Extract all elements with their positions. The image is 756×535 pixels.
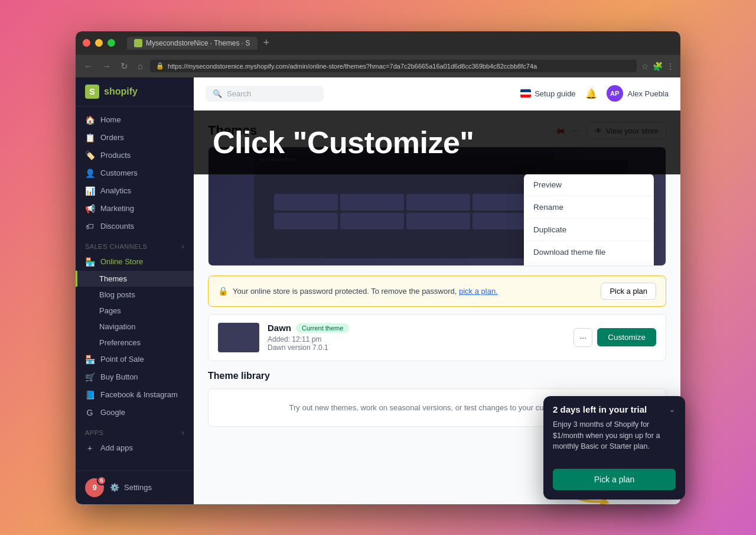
sidebar-subitem-label: Pages bbox=[99, 306, 121, 315]
user-menu[interactable]: AP Alex Puebla bbox=[607, 85, 669, 102]
refresh-button[interactable]: ↻ bbox=[118, 60, 131, 73]
sidebar-subitem-preferences[interactable]: Preferences bbox=[76, 335, 194, 351]
sidebar-item-label: Discounts bbox=[100, 222, 134, 231]
plus-icon: + bbox=[85, 443, 94, 453]
sidebar-item-label: Google bbox=[100, 408, 125, 417]
sidebar-item-analytics[interactable]: 📊 Analytics bbox=[76, 182, 194, 200]
new-tab-button[interactable]: + bbox=[260, 37, 273, 49]
sidebar-subitem-label: Blog posts bbox=[99, 290, 135, 299]
dropdown-item-edit-code[interactable]: Edit code bbox=[524, 264, 654, 266]
active-tab[interactable]: MysecondstoreNice · Themes · S bbox=[127, 37, 258, 50]
setup-guide-button[interactable]: Setup guide bbox=[520, 89, 575, 98]
sidebar-footer: 9 5 ⚙️ Settings bbox=[76, 471, 194, 504]
sidebar-subitem-themes[interactable]: Themes bbox=[76, 271, 194, 287]
notification-bell-icon[interactable]: 🔔 bbox=[585, 88, 597, 99]
sidebar-item-discounts[interactable]: 🏷 Discounts bbox=[76, 218, 194, 235]
tool-item bbox=[340, 194, 404, 210]
buy-button-icon: 🛒 bbox=[85, 372, 94, 382]
sidebar-item-label: Add apps bbox=[100, 443, 133, 452]
close-button[interactable] bbox=[83, 39, 90, 47]
sidebar-item-google[interactable]: G Google bbox=[76, 404, 194, 421]
lock-warning-icon: 🔒 bbox=[218, 286, 228, 296]
orders-icon: 📋 bbox=[85, 133, 94, 142]
maximize-button[interactable] bbox=[107, 39, 115, 47]
browser-tabs: MysecondstoreNice · Themes · S + bbox=[127, 37, 273, 50]
theme-added: Added: 12:11 pm bbox=[268, 335, 565, 343]
dropdown-item-download[interactable]: Download theme file bbox=[524, 241, 654, 264]
tool-item bbox=[340, 213, 404, 229]
dropdown-item-rename[interactable]: Rename bbox=[524, 196, 654, 219]
sidebar-item-buy-button[interactable]: 🛒 Buy Button bbox=[76, 368, 194, 386]
sidebar-item-label: Analytics bbox=[100, 186, 131, 195]
tool-item bbox=[406, 213, 470, 229]
sidebar-subitem-pages[interactable]: Pages bbox=[76, 303, 194, 319]
sidebar-item-pos[interactable]: 🏪 Point of Sale bbox=[76, 351, 194, 368]
dropdown-item-preview[interactable]: Preview bbox=[524, 174, 654, 196]
google-icon: G bbox=[85, 408, 94, 417]
sidebar-item-home[interactable]: 🏠 Home bbox=[76, 111, 194, 129]
tab-favicon bbox=[134, 39, 142, 47]
sidebar: S shopify 🏠 Home 📋 Orders 🏷️ Products bbox=[76, 77, 194, 504]
theme-ellipsis-button[interactable]: ··· bbox=[573, 328, 592, 347]
sidebar-subitem-navigation[interactable]: Navigation bbox=[76, 319, 194, 335]
user-avatar: AP bbox=[607, 85, 623, 102]
sidebar-subitem-label: Preferences bbox=[99, 338, 141, 347]
sidebar-item-products[interactable]: 🏷️ Products bbox=[76, 147, 194, 164]
sidebar-item-online-store[interactable]: 🏪 Online Store bbox=[76, 253, 194, 271]
trial-chevron-icon[interactable]: ⌄ bbox=[669, 404, 676, 414]
tab-title: MysecondstoreNice · Themes · S bbox=[146, 39, 250, 47]
gear-icon: ⚙️ bbox=[110, 483, 119, 492]
tool-item bbox=[406, 194, 470, 210]
sidebar-nav: 🏠 Home 📋 Orders 🏷️ Products 👤 Customers … bbox=[76, 106, 194, 471]
home-button[interactable]: ⌂ bbox=[135, 60, 145, 72]
search-icon: 🔍 bbox=[213, 89, 222, 98]
online-store-icon: 🏪 bbox=[85, 257, 94, 267]
pick-plan-link[interactable]: pick a plan. bbox=[459, 287, 498, 296]
theme-library-title: Theme library bbox=[208, 371, 666, 381]
bookmark-icon[interactable]: ☆ bbox=[641, 61, 649, 71]
settings-label: Settings bbox=[124, 483, 152, 492]
trial-header: 2 days left in your trial ⌄ bbox=[543, 396, 685, 419]
menu-icon[interactable]: ⋮ bbox=[666, 61, 674, 71]
sidebar-item-label: Customers bbox=[100, 168, 138, 177]
sidebar-item-marketing[interactable]: 📢 Marketing bbox=[76, 200, 194, 218]
sidebar-item-label: Home bbox=[100, 115, 121, 124]
search-placeholder: Search bbox=[227, 89, 251, 98]
forward-button[interactable]: → bbox=[100, 60, 113, 72]
extensions-icon[interactable]: 🧩 bbox=[653, 61, 663, 71]
sidebar-item-add-apps[interactable]: + Add apps bbox=[76, 439, 194, 457]
dropdown-item-duplicate[interactable]: Duplicate bbox=[524, 219, 654, 241]
warning-text: Your online store is password protected.… bbox=[233, 287, 498, 296]
sidebar-item-settings[interactable]: ⚙️ Settings bbox=[110, 483, 152, 492]
theme-thumbnail bbox=[218, 323, 259, 352]
products-icon: 🏷️ bbox=[85, 151, 94, 160]
dropdown-item-label: Duplicate bbox=[533, 225, 566, 234]
avatar[interactable]: 9 5 bbox=[85, 478, 104, 497]
desktop-content bbox=[254, 165, 556, 258]
pick-plan-button[interactable]: Pick a plan bbox=[601, 283, 656, 300]
toolbar-actions: ☆ 🧩 ⋮ bbox=[641, 61, 674, 71]
chevron-right-icon: › bbox=[182, 429, 185, 437]
sidebar-subitem-label: Navigation bbox=[99, 322, 135, 331]
current-theme-badge: Current theme bbox=[296, 323, 349, 333]
sidebar-item-label: Products bbox=[100, 151, 131, 160]
minimize-button[interactable] bbox=[95, 39, 103, 47]
sidebar-item-customers[interactable]: 👤 Customers bbox=[76, 164, 194, 182]
sidebar-item-orders[interactable]: 📋 Orders bbox=[76, 129, 194, 147]
avatar-initials: 9 bbox=[92, 483, 96, 492]
dropdown-item-label: Preview bbox=[533, 180, 562, 189]
trial-cta-button[interactable]: Pick a plan bbox=[553, 469, 676, 490]
sidebar-item-facebook-instagram[interactable]: 📘 Facebook & Instagram bbox=[76, 386, 194, 404]
dropdown-item-label: Rename bbox=[533, 203, 563, 212]
analytics-icon: 📊 bbox=[85, 186, 94, 196]
sidebar-subitem-blog-posts[interactable]: Blog posts bbox=[76, 287, 194, 303]
password-warning: 🔒 Your online store is password protecte… bbox=[208, 275, 666, 307]
address-bar[interactable]: 🔒 https://mysecondstorenice.myshopify.co… bbox=[150, 60, 637, 72]
overlay-text: Click "Customize" bbox=[213, 125, 474, 160]
customize-button[interactable]: Customize bbox=[597, 328, 656, 346]
user-name: Alex Puebla bbox=[628, 89, 669, 98]
shopify-logo-text: shopify bbox=[104, 86, 138, 97]
marketing-icon: 📢 bbox=[85, 204, 94, 213]
back-button[interactable]: ← bbox=[82, 60, 95, 72]
search-bar[interactable]: 🔍 Search bbox=[206, 86, 324, 102]
